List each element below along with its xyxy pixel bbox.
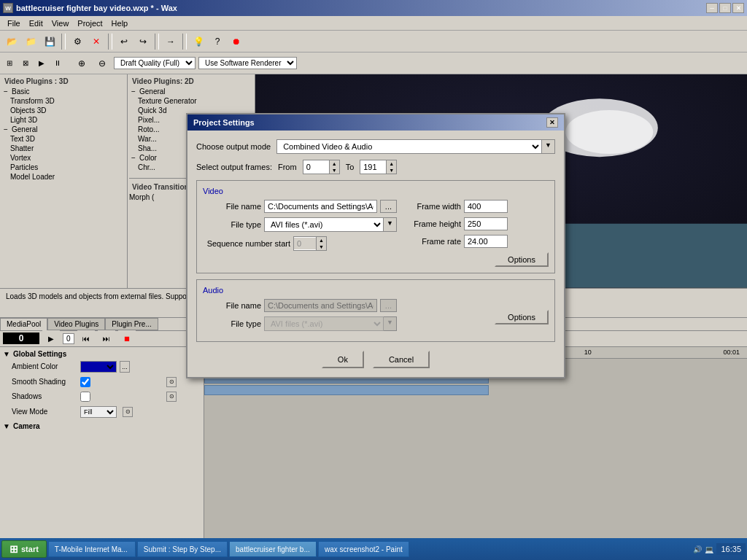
taskbar-item-submit[interactable]: Submit : Step By Step... xyxy=(137,541,228,557)
view-mode-select[interactable]: Fill xyxy=(80,406,117,418)
frame-height-input[interactable] xyxy=(464,217,508,230)
tree-label: Shatter xyxy=(10,144,34,152)
tree-vortex[interactable]: Vortex xyxy=(1,153,125,163)
taskbar-item-battlecruiser[interactable]: battlecruiser fighter b... xyxy=(229,541,317,557)
ambient-color-picker[interactable] xyxy=(80,361,117,373)
to-up-btn[interactable]: ▲ xyxy=(386,160,396,167)
redo-button[interactable]: ↪ xyxy=(134,34,152,50)
from-label: From xyxy=(278,163,297,171)
tree-label: Morph ( xyxy=(129,193,154,201)
save-button[interactable]: 💾 xyxy=(41,34,58,50)
tree-general[interactable]: − General xyxy=(1,125,125,134)
camera-collapse-icon: ▼ xyxy=(3,422,10,430)
ambient-color-btn[interactable]: ... xyxy=(120,361,130,373)
tree-general-2d[interactable]: − General xyxy=(129,87,253,96)
taskbar-item-tmobile[interactable]: T-Mobile Internet Ma... xyxy=(48,541,136,557)
tree-basic[interactable]: − Basic xyxy=(1,87,125,96)
play-button[interactable]: ▶ xyxy=(35,57,48,70)
video-left: File name ... File type AVI files xyxy=(203,200,397,267)
taskbar-item-paint[interactable]: wax screenshot2 - Paint xyxy=(318,541,409,557)
menu-help[interactable]: Help xyxy=(107,18,133,29)
ok-button[interactable]: Ok xyxy=(322,351,364,368)
tree-text3d[interactable]: Text 3D xyxy=(1,134,125,144)
from-down-btn[interactable]: ▼ xyxy=(329,167,339,174)
close-button[interactable]: ✕ xyxy=(732,3,744,13)
start-label: start xyxy=(21,545,39,553)
dialog-close-button[interactable]: ✕ xyxy=(546,117,558,128)
tree-particles[interactable]: Particles xyxy=(1,163,125,172)
seq-down-btn[interactable]: ▼ xyxy=(316,244,326,250)
smooth-shading-checkbox[interactable] xyxy=(80,377,90,387)
add-button[interactable]: ⊕ xyxy=(73,55,90,71)
menu-bar: File Edit View Project Help xyxy=(0,16,747,31)
audio-options-button[interactable]: Options xyxy=(495,310,549,324)
video-filetype-dropdown[interactable]: ▼ xyxy=(384,217,397,232)
view-mode-info[interactable]: ⊙ xyxy=(123,407,133,417)
remove-button[interactable]: ⊖ xyxy=(93,55,111,71)
video-options-button[interactable]: Options xyxy=(495,252,549,267)
minimize-button[interactable]: ─ xyxy=(706,3,718,13)
to-down-btn[interactable]: ▼ xyxy=(386,167,396,174)
open-button[interactable]: 📁 xyxy=(22,34,39,50)
video-section-title: Video xyxy=(203,187,549,195)
seq-up-btn[interactable]: ▲ xyxy=(316,237,326,244)
restore-button[interactable]: □ xyxy=(719,3,731,13)
start-button[interactable]: ⊞ start xyxy=(1,540,47,558)
tab-media-pool[interactable]: MediaPool xyxy=(0,318,47,330)
project-settings-dialog[interactable]: Project Settings ✕ Choose output mode Co… xyxy=(186,113,565,378)
video-filetype-select[interactable]: AVI files (*.avi) WMV files (*.wmv) xyxy=(264,217,384,232)
shadows-checkbox[interactable] xyxy=(80,392,90,402)
from-input[interactable] xyxy=(303,161,329,173)
help-button[interactable]: ? xyxy=(209,34,226,50)
tree-transform3d[interactable]: Transform 3D xyxy=(1,96,125,106)
video-browse-btn[interactable]: ... xyxy=(380,200,397,213)
video-filename-input[interactable] xyxy=(264,200,377,213)
menu-file[interactable]: File xyxy=(3,18,25,29)
output-mode-select[interactable]: Combined Video & Audio Video Only Audio … xyxy=(276,139,542,154)
tree-light3d[interactable]: Light 3D xyxy=(1,115,125,125)
timeline-btn1[interactable]: ⏮ xyxy=(77,330,95,346)
record-button[interactable]: ⏺ xyxy=(228,34,245,50)
select-frames-label: Select output frames: xyxy=(196,163,272,171)
shadows-info[interactable]: ⊙ xyxy=(166,392,177,402)
tree-shatter[interactable]: Shatter xyxy=(1,144,125,153)
small-btn2[interactable]: ⊠ xyxy=(19,57,32,70)
menu-edit[interactable]: Edit xyxy=(25,18,47,29)
tree-objects3d[interactable]: Objects 3D xyxy=(1,106,125,115)
timeline-play[interactable]: ▶ xyxy=(42,330,60,346)
seq-num-input[interactable] xyxy=(294,238,316,249)
forward-button[interactable]: → xyxy=(162,34,179,50)
small-btn1[interactable]: ⊞ xyxy=(3,57,16,70)
smooth-shading-info[interactable]: ⊙ xyxy=(166,377,177,387)
frame-width-input[interactable] xyxy=(464,200,508,213)
from-up-btn[interactable]: ▲ xyxy=(329,160,339,167)
audio-browse-btn: ... xyxy=(380,299,397,312)
tab-video-plugins[interactable]: Video Plugins xyxy=(47,318,105,330)
tree-model-loader[interactable]: Model Loader xyxy=(1,172,125,182)
frame-rate-input[interactable] xyxy=(464,235,508,248)
renderer-select[interactable]: Use Software Renderer xyxy=(198,57,297,69)
seq-num-label: Sequence number start xyxy=(203,239,290,248)
to-input[interactable] xyxy=(360,161,386,173)
delete-button[interactable]: ✕ xyxy=(88,34,105,50)
cancel-button[interactable]: Cancel xyxy=(373,351,430,368)
menu-project[interactable]: Project xyxy=(73,18,107,29)
light-button[interactable]: 💡 xyxy=(190,34,207,50)
pause-button[interactable]: ⏸ xyxy=(51,57,64,70)
new-button[interactable]: 📂 xyxy=(3,34,20,50)
ambient-color-label: Ambient Color xyxy=(12,362,77,370)
undo-button[interactable]: ↩ xyxy=(115,34,133,50)
timeline-btn2[interactable]: ⏭ xyxy=(98,330,115,346)
audio-right: Options xyxy=(403,310,549,324)
timeline-btn3[interactable]: ⏹ xyxy=(118,330,136,346)
quality-select[interactable]: Draft Quality (Full) xyxy=(114,57,196,69)
tree-texture-gen[interactable]: Texture Generator xyxy=(129,96,253,106)
output-mode-dropdown-btn[interactable]: ▼ xyxy=(542,139,555,154)
expand-icon: − xyxy=(1,88,10,96)
menu-view[interactable]: View xyxy=(47,18,74,29)
tab-plugin-pre[interactable]: Plugin Pre... xyxy=(105,318,158,330)
track-bar-3 xyxy=(204,385,489,395)
settings-button[interactable]: ⚙ xyxy=(69,34,86,50)
taskbar: ⊞ start T-Mobile Internet Ma... Submit :… xyxy=(0,538,747,560)
tree-label: Light 3D xyxy=(10,116,37,124)
